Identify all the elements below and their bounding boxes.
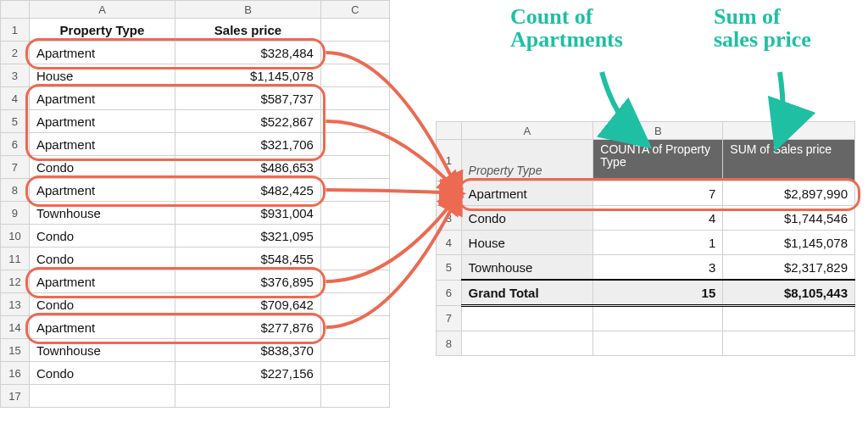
source-cell-sales-price[interactable]: $328,484 (175, 42, 320, 64)
pivot-cell-count[interactable]: 7 (593, 181, 723, 206)
source-row-header[interactable]: 11 (1, 248, 30, 270)
source-cell[interactable] (320, 179, 389, 202)
source-cell[interactable] (320, 385, 389, 408)
pivot-cell[interactable] (593, 306, 723, 331)
source-row-header[interactable]: 17 (1, 385, 30, 408)
source-cell[interactable] (320, 42, 389, 64)
source-col-header-c[interactable]: C (320, 1, 389, 19)
source-row-header[interactable]: 10 (1, 225, 30, 248)
pivot-cell-sum[interactable]: $1,145,078 (723, 231, 855, 255)
source-cell[interactable] (320, 202, 389, 225)
source-header-property-type[interactable]: Property Type (29, 19, 175, 42)
source-cell-sales-price[interactable]: $321,706 (175, 133, 320, 156)
source-cell-sales-price[interactable]: $587,737 (175, 87, 320, 110)
source-cell[interactable] (320, 270, 389, 293)
source-row-header[interactable]: 15 (1, 339, 30, 362)
source-row-header[interactable]: 13 (1, 293, 30, 316)
source-cell-sales-price[interactable]: $522,867 (175, 110, 320, 133)
pivot-col-header-a[interactable]: A (461, 122, 593, 140)
pivot-cell-sum[interactable]: $2,897,990 (723, 181, 855, 206)
pivot-row-header[interactable]: 4 (437, 231, 462, 255)
pivot-cell[interactable] (593, 331, 723, 356)
pivot-col-header-b[interactable]: B (593, 122, 723, 140)
source-cell-sales-price[interactable]: $277,876 (175, 316, 320, 339)
pivot-cell[interactable] (723, 306, 855, 331)
pivot-row-header[interactable]: 2 (437, 181, 462, 206)
source-cell-property-type[interactable]: Apartment (29, 110, 175, 133)
source-row-header[interactable]: 6 (1, 133, 30, 156)
source-cell[interactable] (320, 316, 389, 339)
source-cell-property-type[interactable]: Apartment (29, 179, 175, 202)
source-row-header[interactable]: 8 (1, 179, 30, 202)
pivot-cell-property-type[interactable]: Townhouse (461, 255, 593, 281)
source-cell[interactable] (320, 156, 389, 179)
source-cell-sales-price[interactable]: $548,455 (175, 248, 320, 270)
pivot-cell-property-type[interactable]: Condo (461, 206, 593, 231)
pivot-total-label[interactable]: Grand Total (461, 280, 593, 306)
source-cell-sales-price[interactable]: $376,895 (175, 270, 320, 293)
source-cell-sales-price[interactable]: $709,642 (175, 293, 320, 316)
source-cell[interactable] (320, 248, 389, 270)
pivot-header-count[interactable]: COUNTA of Property Type (593, 140, 723, 181)
source-cell-sales-price[interactable]: $227,156 (175, 362, 320, 385)
pivot-row-header[interactable]: 5 (437, 255, 462, 281)
source-col-header-b[interactable]: B (175, 1, 320, 19)
source-cell-sales-price[interactable]: $838,370 (175, 339, 320, 362)
source-row-header[interactable]: 16 (1, 362, 30, 385)
source-row-header[interactable]: 2 (1, 42, 30, 64)
source-row-header[interactable]: 14 (1, 316, 30, 339)
source-cell-property-type[interactable]: Apartment (29, 42, 175, 64)
source-row-header[interactable]: 5 (1, 110, 30, 133)
source-row-header[interactable]: 9 (1, 202, 30, 225)
pivot-cell[interactable] (461, 306, 593, 331)
source-cell-property-type[interactable]: Apartment (29, 270, 175, 293)
pivot-cell-sum[interactable]: $2,317,829 (723, 255, 855, 281)
source-cell-property-type[interactable]: Townhouse (29, 339, 175, 362)
source-cell-property-type[interactable]: House (29, 64, 175, 87)
source-col-header-a[interactable]: A (29, 1, 175, 19)
source-cell-property-type[interactable]: Condo (29, 248, 175, 270)
source-header-sales-price[interactable]: Sales price (175, 19, 320, 42)
source-cell-sales-price[interactable]: $321,095 (175, 225, 320, 248)
source-cell[interactable] (29, 385, 175, 408)
source-sheet[interactable]: A B C 1 Property Type Sales price 2Apart… (0, 0, 390, 408)
source-cell-sales-price[interactable]: $482,425 (175, 179, 320, 202)
source-cell-sales-price[interactable]: $931,004 (175, 202, 320, 225)
pivot-header-sum[interactable]: SUM of Sales price (723, 140, 855, 181)
pivot-cell-count[interactable]: 1 (593, 231, 723, 255)
pivot-row-header[interactable]: 8 (437, 331, 462, 356)
source-cell[interactable] (320, 87, 389, 110)
source-cell[interactable] (320, 64, 389, 87)
pivot-cell-property-type[interactable]: Apartment (461, 181, 593, 206)
pivot-row-header[interactable]: 1 (437, 140, 462, 181)
pivot-row-header[interactable]: 6 (437, 280, 462, 306)
pivot-cell[interactable] (461, 331, 593, 356)
pivot-row-header[interactable]: 7 (437, 306, 462, 331)
source-cell[interactable] (320, 225, 389, 248)
source-header-c[interactable] (320, 19, 389, 42)
pivot-header-property-type[interactable]: Property Type (461, 140, 593, 181)
pivot-sheet[interactable]: A B C 1 Property Type COUNTA of Property… (436, 121, 855, 356)
pivot-cell-property-type[interactable]: House (461, 231, 593, 255)
source-cell[interactable] (320, 133, 389, 156)
source-cell-property-type[interactable]: Condo (29, 225, 175, 248)
source-cell-property-type[interactable]: Apartment (29, 316, 175, 339)
source-cell[interactable] (175, 385, 320, 408)
pivot-cell[interactable] (723, 331, 855, 356)
pivot-row-header[interactable]: 3 (437, 206, 462, 231)
source-cell-sales-price[interactable]: $486,653 (175, 156, 320, 179)
pivot-total-sum[interactable]: $8,105,443 (723, 280, 855, 306)
source-cell[interactable] (320, 293, 389, 316)
source-row-header[interactable]: 12 (1, 270, 30, 293)
source-cell-property-type[interactable]: Townhouse (29, 202, 175, 225)
source-row-header[interactable]: 3 (1, 64, 30, 87)
pivot-cell-count[interactable]: 4 (593, 206, 723, 231)
source-cell[interactable] (320, 362, 389, 385)
source-cell[interactable] (320, 339, 389, 362)
pivot-total-count[interactable]: 15 (593, 280, 723, 306)
source-cell-property-type[interactable]: Apartment (29, 87, 175, 110)
source-cell[interactable] (320, 110, 389, 133)
pivot-cell-sum[interactable]: $1,744,546 (723, 206, 855, 231)
source-row-header[interactable]: 4 (1, 87, 30, 110)
source-cell-property-type[interactable]: Apartment (29, 133, 175, 156)
